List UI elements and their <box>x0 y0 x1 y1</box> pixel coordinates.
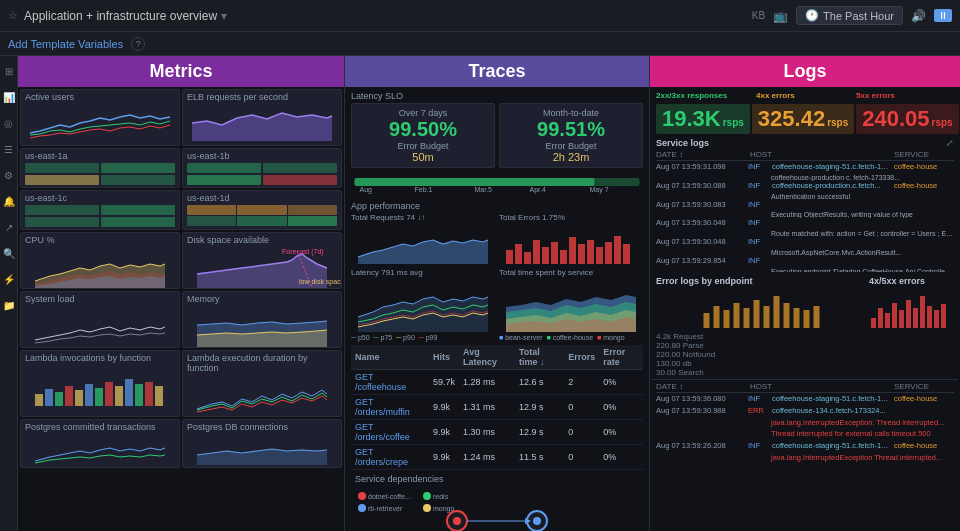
err-log-service <box>894 406 954 416</box>
cpu-disk-row: CPU % Disk space available <box>20 232 342 289</box>
log-text: Microsoft.AspNetCore.Mvc.ActionResult... <box>656 249 954 256</box>
total-errors-chart: Total Errors 1.75% <box>499 213 643 266</box>
svg-rect-14 <box>85 384 93 406</box>
host-tile-1a: us-east-1a <box>20 148 180 188</box>
cpu-title: CPU % <box>25 235 175 245</box>
num-4xx-card: 325.42rsps <box>752 104 854 134</box>
num-4xx-val: 325.42rsps <box>758 108 848 130</box>
lambda-row: Lambda invocations by function <box>20 350 342 417</box>
svg-rect-69 <box>734 303 740 328</box>
active-users-title: Active users <box>25 92 175 102</box>
logs-title: Logs <box>784 61 827 81</box>
slo-label: Latency SLO <box>351 91 643 101</box>
err-service-col: SERVICE <box>894 382 954 391</box>
title-chevron[interactable]: ▾ <box>221 9 227 23</box>
pg-conn-title: Postgres DB connections <box>187 422 337 432</box>
log-host: coffeehouse-production.c.fetch... <box>772 181 892 191</box>
cell-name: GET /orders/coffee <box>351 420 429 445</box>
log-service <box>894 218 954 228</box>
err-log-service: coffee-house <box>894 394 954 404</box>
cell-hits: 9.9k <box>429 420 459 445</box>
service-logs-list: Aug 07 13:59:31.098 INF coffeehouse-stag… <box>656 162 954 272</box>
table-row: GET /orders/crepe 9.9k 1.24 ms 11.5 s 0 … <box>351 445 643 470</box>
expand-icon[interactable]: ⤢ <box>946 138 954 148</box>
col-total-time[interactable]: Total time ↓ <box>515 345 564 370</box>
svg-rect-35 <box>542 247 549 264</box>
add-template-link[interactable]: Add Template Variables <box>8 38 123 50</box>
cell-error-rate: 0% <box>599 420 643 445</box>
cell-name: GET /orders/muffin <box>351 395 429 420</box>
log-service: coffee-house <box>894 181 954 191</box>
col-errors[interactable]: Errors <box>564 345 599 370</box>
active-users-chart <box>25 103 175 143</box>
err-log-date: Aug 07 13:59:26.208 <box>656 441 746 451</box>
log-entry-wrapper: Aug 07 13:59:30.048 INF Route matched wi… <box>656 218 954 237</box>
num-2xx-val: 19.3Krsps <box>662 108 744 130</box>
host-tile-1b: us-east-1b <box>182 148 342 188</box>
sidebar-icon-folder[interactable]: 📁 <box>2 298 16 312</box>
star-icon[interactable]: ☆ <box>8 9 18 22</box>
col-hits[interactable]: Hits <box>429 345 459 370</box>
log-text: Route matched with: action = Get ; contr… <box>656 230 954 237</box>
volume-icon[interactable]: 🔊 <box>911 9 926 23</box>
log-host <box>772 200 892 210</box>
service-dep-section: Service dependencies coffee-house dotnet… <box>347 470 647 531</box>
log-service <box>894 200 954 210</box>
table-row: GET /coffeehouse 59.7k 1.28 ms 12.6 s 2 … <box>351 370 643 395</box>
error-logs-section: Error logs by endpoint <box>656 276 867 377</box>
sidebar-icon-list[interactable]: ☰ <box>2 142 16 156</box>
log-col-headers: DATE ↕ HOST SERVICE <box>656 150 954 161</box>
col-name[interactable]: Name <box>351 345 429 370</box>
label-2xx: 2xx/3xx responses <box>656 91 754 100</box>
col-avg-lat[interactable]: Avg Latency <box>459 345 515 370</box>
sidebar-icon-bell[interactable]: 🔔 <box>2 194 16 208</box>
sidebar-icon-circle[interactable]: ◎ <box>2 116 16 130</box>
sidebar-icon-bolt[interactable]: ⚡ <box>2 272 16 286</box>
svg-text:redis: redis <box>433 493 449 500</box>
slo-mtd-card: Month-to-date 99.51% Error Budget 2h 23m <box>499 103 643 168</box>
host-1d-title: us-east-1d <box>187 193 337 203</box>
traces-table-container: Name Hits Avg Latency Total time ↓ Error… <box>347 345 647 470</box>
sidebar-icon-gear[interactable]: ⚙ <box>2 168 16 182</box>
err-log-row: Aug 07 13:59:26.208 INF coffeehouse-stag… <box>656 441 954 451</box>
host-1a-grid <box>25 163 175 185</box>
errors-4xx5xx-title: 4x/5xx errors <box>869 276 954 286</box>
svg-rect-38 <box>569 237 576 264</box>
cell-avg-lat: 1.28 ms <box>459 370 515 395</box>
svg-point-60 <box>358 504 366 512</box>
err-log-text: java.lang.InterruptedException: Thread i… <box>656 418 954 428</box>
cell-hits: 59.7k <box>429 370 459 395</box>
log-entry: Aug 07 13:59:30.048 INF <box>656 218 954 228</box>
sidebar-icon-chart[interactable]: 📊 <box>2 90 16 104</box>
svg-rect-81 <box>892 303 897 328</box>
col-error-rate[interactable]: Error rate <box>599 345 643 370</box>
disk-card: Disk space available Forecast (7d) low d… <box>182 232 342 289</box>
help-icon[interactable]: ? <box>131 37 145 51</box>
svg-rect-87 <box>934 310 939 328</box>
error-log-entry: Thread interrupted for external calls ti… <box>656 429 954 439</box>
metrics-header: Metrics <box>18 56 344 87</box>
err-log-host: coffeehouse-134.c.fetch-173324... <box>772 406 892 416</box>
cell-error-rate: 0% <box>599 370 643 395</box>
time-range-picker[interactable]: 🕐 The Past Hour <box>796 6 903 25</box>
sidebar-icon-home[interactable]: ⊞ <box>2 64 16 78</box>
perf-charts-row2: Latency 791 ms avg ─ p50 ─ p75 ─ p90 <box>351 268 643 341</box>
num-5xx-val: 240.05rsps <box>862 108 952 130</box>
sidebar-icon-search[interactable]: 🔍 <box>2 246 16 260</box>
cell-hits: 9.9k <box>429 395 459 420</box>
app-perf-section: App performance Total Requests 74 ↓↑ Tot… <box>347 199 647 345</box>
perf-charts-row1: Total Requests 74 ↓↑ Total Errors 1.75% <box>351 213 643 266</box>
cell-hits: 9.9k <box>429 445 459 470</box>
svg-point-58 <box>358 492 366 500</box>
svg-rect-44 <box>623 244 630 264</box>
svg-rect-74 <box>784 303 790 328</box>
svg-text:Feb.1: Feb.1 <box>415 186 433 193</box>
tv-icon[interactable]: 📺 <box>773 9 788 23</box>
error-log-entry: java.lang.InterruptedException: Thread i… <box>656 418 954 428</box>
log-level: INF <box>748 181 770 191</box>
sidebar-icon-arrow[interactable]: ↗ <box>2 220 16 234</box>
err-log-text: java.lang.InterruptedException Thread in… <box>656 453 954 463</box>
svg-rect-39 <box>578 244 585 264</box>
pause-icon[interactable]: ⏸ <box>934 9 952 22</box>
svg-rect-31 <box>506 250 513 264</box>
